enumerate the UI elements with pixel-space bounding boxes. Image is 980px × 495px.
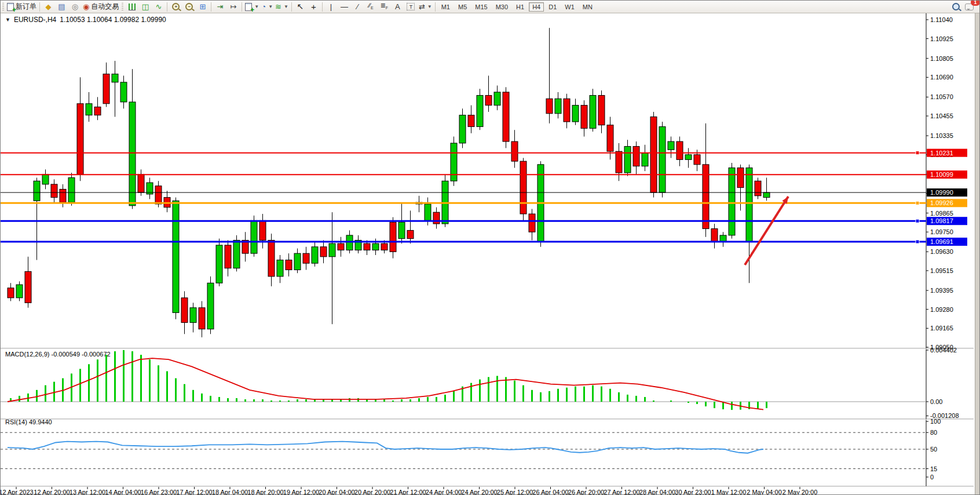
toolbar-grip[interactable] [2, 3, 4, 11]
cursor-button[interactable]: ↖ [294, 1, 307, 12]
date-label: 2 May 20:00 [782, 489, 818, 495]
tab-d1[interactable]: D1 [545, 2, 560, 12]
candlestick [129, 102, 136, 206]
tab-m15[interactable]: M15 [471, 2, 491, 12]
bar-chart-button[interactable] [125, 1, 138, 12]
zoom-in-button[interactable]: + [169, 1, 182, 12]
support-2-handle[interactable] [916, 240, 919, 243]
price-tick-label: 1.09865 [930, 210, 953, 217]
new-chart-button[interactable]: ▼ [244, 1, 260, 12]
candlestick [746, 168, 752, 242]
tab-m30[interactable]: M30 [492, 2, 511, 12]
candlestick [503, 92, 509, 141]
date-label: 12 Apr 20:00 [34, 489, 70, 495]
zoom-out-button[interactable]: − [182, 1, 196, 12]
candlestick [338, 243, 344, 250]
rsi-tick-label: 80 [930, 429, 937, 436]
price-tick-label: 1.09750 [930, 228, 953, 235]
price-tick-label: 1.10805 [930, 55, 953, 62]
resistance-1-handle[interactable] [916, 151, 919, 155]
candlestick [251, 220, 257, 253]
notification-badge: 1 [971, 0, 980, 6]
candlestick [155, 186, 162, 204]
tab-mn[interactable]: MN [579, 2, 596, 12]
candlestick [277, 260, 283, 276]
data-window-icon: ▤ [58, 3, 65, 10]
chart-shift-button[interactable]: ↦ [226, 1, 240, 12]
market-watch-button[interactable]: ◆ [42, 1, 55, 12]
candlestick [659, 127, 665, 193]
date-label: 25 Apr 12:00 [497, 489, 533, 495]
tab-h4[interactable]: H4 [529, 2, 544, 12]
channel-button[interactable]: ∕∕E [364, 1, 378, 12]
horizontal-line-icon: — [341, 3, 348, 10]
candlestick [729, 168, 735, 235]
new-order-button[interactable]: 新订单 [6, 1, 38, 12]
period-button[interactable]: ◔▼ [260, 1, 274, 12]
candlestick [451, 143, 457, 181]
support-1-handle[interactable] [916, 219, 919, 223]
line-chart-button[interactable]: ∿ [152, 1, 165, 12]
arrows-button[interactable]: ⇄▼ [418, 1, 433, 12]
price-tick-label: 1.11040 [930, 16, 953, 23]
navigator-button[interactable]: ◎ [68, 1, 82, 12]
timeframe-bar: M1 M5 M15 M30 H1 H4 D1 W1 MN [437, 2, 597, 12]
candlestick [364, 243, 370, 250]
search-button[interactable] [949, 1, 963, 12]
tab-w1[interactable]: W1 [561, 2, 578, 12]
date-label: 14 Apr 04:00 [105, 489, 141, 495]
indicators-button[interactable]: ≋▼ [274, 1, 290, 12]
price-tick-label: 1.09515 [930, 267, 953, 274]
date-label: 13 Apr 12:00 [70, 489, 105, 495]
rsi-tick-label: 15 [930, 465, 937, 472]
text-button[interactable]: A [391, 1, 404, 12]
zoom-out-icon: − [185, 3, 193, 10]
collapse-triangle-icon[interactable]: ▼ [5, 17, 10, 23]
candlestick [677, 141, 683, 159]
autotrading-button[interactable]: ◉ 自动交易 [82, 1, 120, 12]
macd-indicator-label: MACD(12,26,9) -0.000549 -0.000672 [5, 351, 111, 358]
tab-m5[interactable]: M5 [455, 2, 470, 12]
trendline-button[interactable]: ∕ [351, 1, 364, 12]
autotrading-icon: ◉ [83, 3, 89, 10]
chart-window[interactable]: 1.110401.109251.108051.106901.105701.104… [1, 13, 980, 495]
text-label-button[interactable]: T [404, 1, 418, 12]
candlestick [607, 125, 613, 151]
candlestick-chart-button[interactable]: ◫ [138, 1, 152, 12]
chart-ohlc-values: 1.10053 1.10064 1.09982 1.09990 [60, 16, 166, 24]
price-tick-label: 1.10335 [930, 132, 953, 139]
candlestick [60, 189, 66, 202]
date-label: 24 Apr 20:00 [461, 489, 497, 495]
fibonacci-button[interactable]: ≣F [378, 1, 391, 12]
auto-scroll-button[interactable]: ⇥ [213, 1, 226, 12]
candlestick [25, 271, 31, 303]
tile-windows-button[interactable]: ⊞ [196, 1, 209, 12]
candlestick [181, 298, 188, 323]
toolbar-separator [435, 2, 436, 12]
toolbar-grip[interactable] [122, 3, 123, 11]
candlestick [381, 243, 387, 250]
candlestick [120, 82, 127, 102]
bar-chart-icon [129, 3, 136, 10]
candlestick [68, 178, 75, 203]
data-window-button[interactable]: ▤ [55, 1, 68, 12]
notifications-button[interactable]: 1 [963, 1, 976, 12]
tab-h1[interactable]: H1 [513, 2, 528, 12]
candlestick [199, 308, 205, 329]
horizontal-line-button[interactable]: — [338, 1, 351, 12]
chart-canvas[interactable]: 1.110401.109251.108051.106901.105701.104… [1, 13, 980, 495]
equidistant-channel-icon: ∕∕E [368, 2, 373, 12]
candlestick [755, 181, 761, 196]
market-watch-icon: ◆ [46, 3, 52, 10]
vertical-line-button[interactable]: | [324, 1, 338, 12]
tab-m1[interactable]: M1 [438, 2, 454, 12]
candlestick [233, 240, 240, 268]
crosshair-button[interactable]: + [307, 1, 320, 12]
trendline-icon: ∕ [357, 3, 358, 10]
candlestick [685, 155, 692, 160]
price-tick-label: 1.10925 [930, 35, 953, 42]
pivot-orange-handle[interactable] [916, 201, 919, 205]
candlestick [616, 151, 622, 173]
date-label: 17 Apr 12:00 [176, 489, 212, 495]
macd-tick-label: 0.00 [930, 398, 942, 405]
